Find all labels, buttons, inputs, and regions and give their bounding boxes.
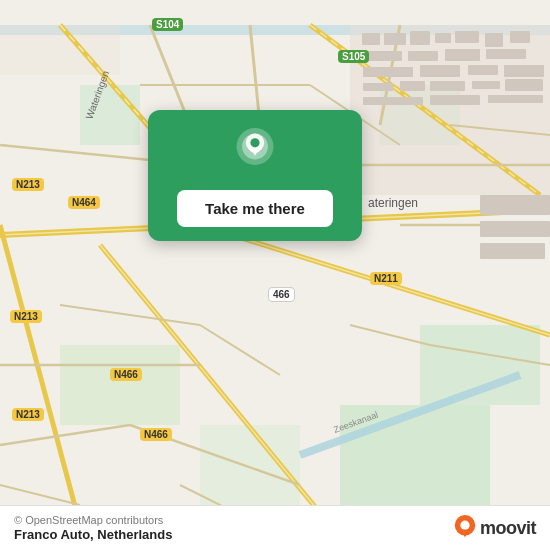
- road-badge-n213-top: N213: [12, 178, 44, 191]
- svg-text:ateringen: ateringen: [368, 196, 418, 210]
- moovit-pin-icon: [454, 515, 476, 541]
- svg-rect-47: [510, 31, 530, 43]
- road-badge-n213-bot: N213: [12, 408, 44, 421]
- road-badge-n213-mid: N213: [10, 310, 42, 323]
- location-pin-icon: [231, 128, 279, 176]
- svg-rect-53: [420, 65, 460, 77]
- svg-rect-54: [468, 65, 498, 75]
- svg-rect-43: [410, 31, 430, 45]
- svg-rect-58: [430, 81, 465, 91]
- svg-rect-51: [486, 49, 526, 59]
- svg-rect-59: [472, 81, 500, 89]
- copyright-text: © OpenStreetMap contributors: [14, 514, 172, 526]
- place-name-text: Franco Auto, Netherlands: [14, 527, 172, 542]
- moovit-brand-text: moovit: [480, 518, 536, 539]
- svg-rect-3: [60, 345, 180, 425]
- popup-card: Take me there: [148, 110, 362, 241]
- road-badge-n466-bot2: N466: [140, 428, 172, 441]
- svg-rect-44: [435, 33, 451, 43]
- svg-rect-50: [445, 49, 480, 61]
- road-badge-s105: S105: [338, 50, 369, 63]
- moovit-logo: moovit: [454, 515, 536, 541]
- road-badge-n466-bot1: N466: [110, 368, 142, 381]
- svg-rect-61: [363, 97, 423, 105]
- map-container: Zeeskanaal: [0, 0, 550, 550]
- svg-rect-65: [480, 221, 550, 237]
- svg-rect-9: [0, 25, 120, 75]
- road-badge-n211: N211: [370, 272, 402, 285]
- map-background: Zeeskanaal: [0, 0, 550, 550]
- svg-rect-57: [400, 81, 425, 91]
- svg-point-73: [250, 138, 259, 147]
- svg-rect-4: [200, 425, 300, 505]
- svg-rect-41: [362, 33, 380, 45]
- attribution-block: © OpenStreetMap contributors Franco Auto…: [14, 514, 172, 542]
- svg-rect-64: [480, 195, 550, 215]
- bottom-bar: © OpenStreetMap contributors Franco Auto…: [0, 505, 550, 550]
- svg-rect-63: [488, 95, 543, 103]
- road-badge-n464: N464: [68, 196, 100, 209]
- road-badge-466: 466: [268, 287, 295, 302]
- svg-rect-60: [505, 79, 543, 91]
- svg-rect-45: [455, 31, 479, 43]
- svg-rect-42: [384, 33, 406, 45]
- take-me-there-button[interactable]: Take me there: [177, 190, 333, 227]
- svg-rect-56: [363, 83, 393, 91]
- svg-rect-49: [408, 51, 438, 61]
- svg-point-76: [460, 521, 469, 530]
- road-badge-s104: S104: [152, 18, 183, 31]
- svg-rect-55: [504, 65, 544, 77]
- svg-rect-66: [480, 243, 545, 259]
- svg-rect-52: [363, 67, 413, 77]
- svg-rect-46: [485, 33, 503, 47]
- svg-rect-62: [430, 95, 480, 105]
